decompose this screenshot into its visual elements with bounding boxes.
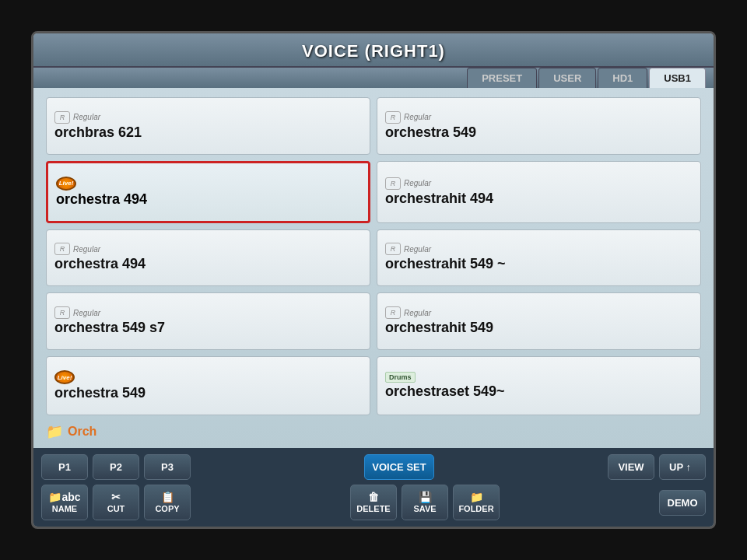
cut-button[interactable]: ✂ CUT [93, 485, 139, 520]
folder-row: 📁 Orch [46, 422, 701, 442]
p3-button[interactable]: P3 [144, 454, 191, 480]
cut-icon: ✂ [111, 492, 121, 502]
save-icon: 💾 [419, 492, 432, 502]
voice-type-8: R Regular [385, 306, 693, 319]
voice-type-9: Live! [54, 370, 362, 384]
name-label: NAME [52, 504, 77, 513]
voice-item-6[interactable]: R Regular orchestrahit 549 ~ [377, 229, 701, 287]
voice-set-button[interactable]: VOICE SET [364, 454, 434, 480]
folder-btn-icon: 📁 [470, 492, 483, 502]
screen-title: VOICE (RIGHT1) [302, 41, 445, 61]
save-label: SAVE [413, 504, 436, 513]
view-button[interactable]: VIEW [608, 454, 654, 480]
save-button[interactable]: 💾 SAVE [402, 485, 448, 520]
regular-icon-4: R [385, 177, 401, 190]
voice-name-9: orchestra 549 [54, 385, 362, 401]
voice-item-5[interactable]: R Regular orchestra 494 [46, 229, 370, 287]
p2-button[interactable]: P2 [93, 454, 139, 480]
regular-icon-2: R [385, 111, 401, 124]
voice-type-5: R Regular [54, 243, 362, 255]
voice-type-4: R Regular [385, 177, 693, 190]
voice-grid: R Regular orchbras 621 R Regular orchest… [46, 97, 701, 415]
voice-name-1: orchbras 621 [54, 124, 362, 141]
p1-button[interactable]: P1 [41, 454, 88, 480]
tab-hd1[interactable]: HD1 [598, 68, 647, 88]
main-screen: VOICE (RIGHT1) PRESET USER HD1 USB1 R Re… [31, 31, 716, 529]
voice-item-9[interactable]: Live! orchestra 549 [46, 356, 370, 415]
delete-button[interactable]: 🗑 DELETE [350, 485, 397, 520]
voice-type-6: R Regular [385, 243, 693, 255]
voice-name-8: orchestrahit 549 [385, 320, 693, 336]
regular-icon-8: R [385, 306, 401, 319]
toolbar-row-2: 📁abc NAME ✂ CUT 📋 COPY 🗑 [41, 485, 706, 520]
voice-name-7: orchestra 549 s7 [54, 320, 362, 336]
regular-icon-5: R [54, 243, 70, 255]
title-bar: VOICE (RIGHT1) [33, 33, 714, 68]
voice-name-2: orchestra 549 [385, 124, 693, 141]
voice-item-10[interactable]: Drums orchestraset 549~ [377, 356, 701, 415]
voice-item-1[interactable]: R Regular orchbras 621 [46, 97, 370, 155]
name-icon: 📁abc [48, 492, 80, 502]
demo-button[interactable]: DEMO [659, 490, 706, 516]
voice-item-3[interactable]: Live! orchestra 494 [46, 161, 370, 223]
voice-item-2[interactable]: R Regular orchestra 549 [377, 97, 701, 155]
voice-name-5: orchestra 494 [54, 256, 362, 272]
folder-label: Orch [68, 425, 96, 439]
copy-icon: 📋 [161, 492, 174, 502]
regular-icon-7: R [54, 306, 70, 319]
regular-icon-1: R [54, 111, 70, 124]
voice-type-1: R Regular [54, 111, 362, 124]
voice-name-4: orchestrahit 494 [385, 191, 693, 207]
voice-name-3: orchestra 494 [56, 191, 360, 208]
voice-item-8[interactable]: R Regular orchestrahit 549 [377, 292, 701, 350]
regular-icon-6: R [385, 243, 401, 255]
voice-name-6: orchestrahit 549 ~ [385, 256, 693, 272]
name-button[interactable]: 📁abc NAME [41, 485, 88, 520]
content-area: R Regular orchbras 621 R Regular orchest… [33, 88, 714, 448]
voice-name-10: orchestraset 549~ [385, 383, 693, 400]
voice-type-7: R Regular [54, 306, 362, 319]
voice-item-7[interactable]: R Regular orchestra 549 s7 [46, 292, 370, 350]
toolbar-row-1: P1 P2 P3 VOICE SET VIEW UP ↑ [41, 454, 706, 480]
bottom-toolbar: P1 P2 P3 VOICE SET VIEW UP ↑ 📁abc NAME ✂ [33, 448, 714, 527]
voice-type-3: Live! [56, 177, 360, 191]
tab-usb1[interactable]: USB1 [649, 68, 706, 88]
voice-item-4[interactable]: R Regular orchestrahit 494 [377, 161, 701, 223]
copy-label: COPY [155, 504, 179, 513]
delete-label: DELETE [356, 504, 390, 513]
cut-label: CUT [107, 504, 125, 513]
voice-type-2: R Regular [385, 111, 693, 124]
up-label: UP ↑ [669, 461, 691, 473]
live-icon-9: Live! [54, 370, 75, 384]
voice-type-10: Drums [385, 372, 693, 383]
delete-icon: 🗑 [368, 492, 379, 502]
folder-icon: 📁 [46, 423, 63, 440]
folder-btn-label: FOLDER [458, 504, 493, 513]
live-icon-3: Live! [56, 177, 76, 191]
tab-bar: PRESET USER HD1 USB1 [33, 68, 714, 88]
drums-badge-10: Drums [385, 372, 416, 383]
tab-user[interactable]: USER [538, 68, 596, 88]
up-button[interactable]: UP ↑ [659, 454, 706, 480]
tab-preset[interactable]: PRESET [467, 68, 537, 88]
copy-button[interactable]: 📋 COPY [144, 485, 191, 520]
folder-button[interactable]: 📁 FOLDER [453, 485, 500, 520]
